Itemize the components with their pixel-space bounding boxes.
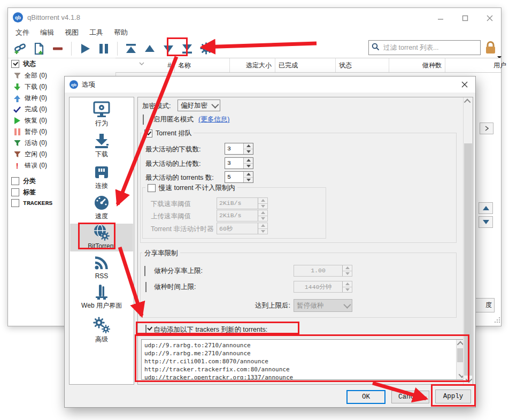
nav-item-downloads[interactable]: 下载 (70, 132, 133, 161)
sidebar-item-downloading[interactable]: 下载 (0) (13, 81, 47, 93)
pause-icon[interactable] (97, 42, 111, 56)
header-scroll-right-button[interactable] (480, 123, 493, 134)
column-done[interactable]: 已完成 (275, 58, 336, 72)
funnel-all-icon (13, 72, 21, 80)
cancel-button[interactable]: Cancel (391, 391, 429, 403)
encryption-combo[interactable]: 偏好加密 (178, 100, 220, 111)
spin-up-icon[interactable] (244, 172, 253, 177)
scrollbar-thumb[interactable] (464, 143, 472, 376)
max-torrents-label: 最大活动的 torrents 数: (145, 173, 214, 182)
sidebar-tags[interactable]: 标签 (11, 187, 36, 198)
nav-item-webui[interactable]: Web 用户界面 (70, 283, 133, 312)
dialog-close-icon[interactable] (458, 79, 471, 90)
sidebar-item-active[interactable]: 活动 (0) (13, 138, 47, 149)
max-torrents-spinner[interactable]: 5 (225, 171, 253, 183)
bottom-priority-icon[interactable] (180, 42, 194, 56)
webui-icon (92, 283, 111, 301)
close-icon[interactable] (482, 12, 498, 24)
column-status[interactable]: 状态 (336, 58, 389, 72)
sidebar-status-header[interactable]: 状态 (11, 58, 36, 70)
column-seeds[interactable]: 做种数 (389, 58, 445, 72)
spin-up-icon[interactable] (244, 158, 253, 163)
add-torrent-file-icon[interactable] (32, 42, 46, 56)
sidebar-item-seeding[interactable]: 做种 (0) (13, 93, 47, 104)
spin-down-icon[interactable] (244, 177, 253, 183)
sidebar-item-all[interactable]: 全部 (0) (13, 70, 47, 81)
queueing-group-title[interactable]: Torrent 排队 (142, 129, 194, 138)
sidebar-trackers[interactable]: TRACKERS (11, 197, 52, 209)
tags-checkbox[interactable] (11, 188, 19, 196)
spinner-value[interactable]: 5 (225, 172, 243, 182)
move-up-icon[interactable] (143, 42, 157, 56)
scroll-up-icon[interactable] (464, 97, 473, 105)
spinner-value[interactable]: 3 (225, 158, 243, 169)
spinner-value[interactable]: 3 (225, 143, 243, 154)
sidebar-categories[interactable]: 分类 (11, 175, 36, 187)
lock-icon[interactable] (484, 41, 497, 58)
categories-checkbox[interactable] (11, 177, 19, 185)
options-gear-icon[interactable] (199, 42, 213, 56)
ul-threshold-spinner: 2KiB/s (217, 210, 268, 222)
move-down-icon[interactable] (161, 42, 175, 56)
spin-down-icon[interactable] (244, 149, 253, 155)
menu-help[interactable]: 帮助 (114, 28, 128, 37)
download-arrow-icon (13, 83, 21, 91)
menu-file[interactable]: 文件 (16, 28, 29, 37)
search-input[interactable] (382, 43, 477, 52)
scroll-down-icon[interactable] (464, 376, 473, 384)
column-user[interactable]: 用户 (445, 58, 509, 72)
scroll-down-button[interactable] (479, 216, 493, 228)
sidebar-item-resumed[interactable]: 恢复 (0) (13, 115, 47, 126)
apply-button[interactable]: Apply (435, 390, 471, 403)
delete-icon[interactable] (51, 42, 65, 56)
status-checkbox[interactable] (11, 60, 19, 68)
spin-down-icon[interactable] (244, 163, 253, 169)
max-uploads-spinner[interactable]: 3 (225, 157, 253, 169)
sidebar-item-errored[interactable]: ! 错误 (0) (13, 160, 47, 171)
ok-button[interactable]: OK (346, 390, 385, 404)
max-downloads-spinner[interactable]: 3 (225, 143, 253, 155)
column-size[interactable]: 选定大小 (230, 58, 275, 72)
queueing-checkbox[interactable] (144, 129, 152, 138)
nav-item-speed[interactable]: 速度 (70, 194, 133, 223)
add-torrent-link-icon[interactable] (13, 42, 27, 56)
column-label: 状态 (339, 61, 352, 70)
slow-torrents-label: 慢速 torrent 不计入限制内 (159, 184, 235, 193)
search-box (368, 40, 481, 55)
anonymous-more-info-link[interactable]: (更多信息) (198, 115, 229, 124)
share-ratio-checkbox[interactable] (144, 266, 145, 276)
menu-view[interactable]: 视图 (65, 28, 79, 37)
error-exclaim-icon: ! (13, 162, 21, 170)
sidebar-item-completed[interactable]: 完成 (0) (13, 104, 47, 115)
trackers-checkbox[interactable] (11, 199, 19, 207)
nav-label: 连接 (95, 182, 108, 189)
maximize-icon[interactable] (457, 12, 473, 24)
anonymous-checkbox[interactable] (143, 114, 144, 125)
menu-edit[interactable]: 编辑 (40, 28, 54, 37)
sidebar-item-inactive[interactable]: 空闲 (0) (13, 149, 47, 160)
nav-item-connection[interactable]: 连接 (70, 163, 133, 192)
top-priority-icon[interactable] (124, 42, 138, 56)
spinner-buttons (258, 210, 267, 221)
resume-icon[interactable] (78, 42, 92, 56)
column-hash[interactable]: # (115, 58, 175, 72)
nav-item-bittorrent[interactable]: BitTorrent (70, 224, 133, 251)
max-downloads-label: 最大活动的下载数: (145, 145, 200, 154)
slow-torrents-checkbox[interactable] (148, 184, 156, 192)
column-name[interactable]: 名称 (175, 58, 230, 72)
scroll-up-button[interactable] (479, 202, 493, 214)
spin-up-icon[interactable] (244, 143, 253, 149)
nav-item-advanced[interactable]: 高级 (70, 316, 133, 345)
auto-add-trackers-checkbox[interactable] (145, 325, 146, 335)
sidebar-item-paused[interactable]: 暂停 (0) (13, 126, 47, 138)
resize-grip[interactable] (493, 316, 501, 324)
minimize-icon[interactable] (433, 12, 449, 24)
menu-tools[interactable]: 工具 (89, 28, 103, 37)
spin-up-icon (258, 223, 267, 228)
nav-item-behavior[interactable]: 行为 (70, 101, 133, 129)
dialog-scrollbar[interactable] (463, 97, 473, 384)
slow-torrents-title[interactable]: 慢速 torrent 不计入限制内 (145, 184, 237, 193)
nav-item-rss[interactable]: RSS (70, 254, 133, 282)
tracker-list-textarea[interactable]: udp://9.rarbg.to:2710/announce udp://9.r… (141, 339, 465, 380)
seed-time-checkbox[interactable] (145, 282, 146, 292)
